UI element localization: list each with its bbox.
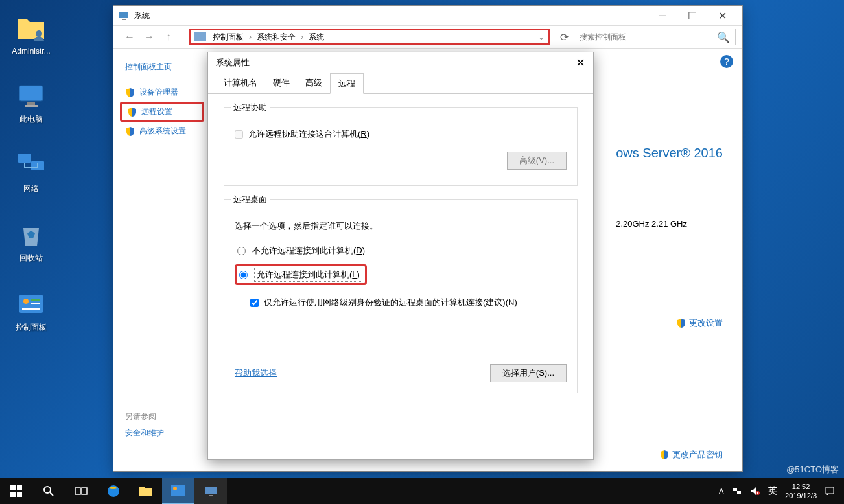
taskbar-control-panel[interactable] (162, 478, 194, 504)
shield-icon (659, 450, 670, 460)
nav-forward[interactable]: → (139, 31, 159, 43)
task-view-button[interactable] (65, 478, 97, 504)
sidebar-device-manager[interactable]: 设备管理器 (120, 84, 204, 100)
svg-rect-21 (171, 485, 185, 496)
taskbar-system[interactable] (194, 478, 227, 504)
nav-back[interactable]: ← (120, 31, 139, 43)
svg-point-7 (23, 299, 29, 304)
desktop-icon-administrator[interactable]: Administr... (5, 13, 57, 56)
ime-indicator[interactable]: 英 (764, 485, 781, 497)
sidebar-security-maintenance[interactable]: 安全和维护 (120, 422, 204, 444)
tray-chevron-up[interactable]: ᐱ (715, 487, 728, 496)
svg-point-0 (36, 30, 42, 37)
system-icon (119, 10, 129, 21)
svg-rect-13 (10, 485, 16, 490)
network-icon (16, 150, 47, 181)
tab-remote[interactable]: 远程 (330, 73, 364, 94)
select-users-button[interactable]: 选择用户(S)... (490, 364, 567, 382)
control-panel-icon (16, 288, 47, 319)
nla-checkbox[interactable] (250, 299, 259, 307)
svg-rect-8 (31, 299, 40, 301)
system-taskbar-icon (204, 485, 218, 497)
tray-network-icon[interactable] (728, 486, 746, 496)
svg-rect-2 (27, 102, 35, 105)
allow-remote-assistance-label: 允许远程协助连接这台计算机(R) (248, 128, 369, 140)
svg-rect-11 (119, 12, 128, 18)
nla-label: 仅允许运行使用网络级别身份验证的远程桌面的计算机连接(建议)(N) (264, 297, 517, 308)
sidebar-advanced-settings[interactable]: 高级系统设置 (120, 123, 204, 139)
shield-icon (125, 126, 135, 137)
search-box[interactable]: 🔍 (574, 29, 736, 45)
svg-rect-3 (25, 105, 38, 107)
sidebar-see-also: 另请参阅 (120, 411, 204, 422)
search-input[interactable] (580, 32, 717, 41)
svg-rect-9 (31, 303, 40, 304)
tray-volume-icon[interactable] (746, 486, 764, 496)
tab-advanced[interactable]: 高级 (298, 73, 330, 93)
close-button[interactable]: ✕ (707, 6, 737, 25)
folder-icon (139, 485, 153, 497)
ie-icon (106, 483, 121, 499)
svg-rect-26 (737, 491, 741, 494)
desktop-icon-recycle-bin[interactable]: 回收站 (5, 219, 57, 264)
dialog-tabs: 计算机名 硬件 高级 远程 (208, 73, 593, 94)
dialog-close-button[interactable]: ✕ (576, 56, 585, 70)
svg-rect-18 (75, 488, 80, 494)
search-icon[interactable]: 🔍 (717, 31, 730, 43)
sidebar-title[interactable]: 控制面板主页 (120, 62, 204, 73)
system-properties-dialog: 系统属性 ✕ 计算机名 硬件 高级 远程 远程协助 允许远程协助连接这台计算机(… (207, 52, 594, 460)
sidebar-remote-settings[interactable]: 远程设置 (120, 102, 204, 122)
breadcrumb[interactable]: 控制面板› 系统和安全› 系统 ⌄ (189, 29, 550, 45)
shield-icon (127, 107, 137, 117)
sidebar: 控制面板主页 设备管理器 远程设置 高级系统设置 另请参阅 安全和维护 (113, 49, 211, 471)
svg-rect-14 (17, 485, 22, 490)
taskbar-ie[interactable] (97, 478, 130, 504)
chevron-down-icon[interactable]: ⌄ (538, 32, 545, 41)
change-settings-link[interactable]: 更改设置 (676, 317, 723, 329)
help-me-choose-link[interactable]: 帮助我选择 (235, 367, 277, 379)
shield-icon (676, 318, 686, 328)
windows-icon (10, 485, 22, 497)
os-name: ows Server® 2016 (616, 146, 723, 161)
cpu-info: 2.20GHz 2.21 GHz (616, 219, 723, 229)
svg-rect-28 (826, 487, 834, 494)
monitor-icon (16, 80, 47, 111)
start-button[interactable] (0, 478, 32, 504)
help-button[interactable]: ? (720, 55, 733, 68)
svg-rect-19 (82, 488, 87, 494)
taskbar-clock[interactable]: 12:52 2019/12/3 (781, 482, 821, 501)
refresh-button[interactable]: ⟳ (554, 31, 574, 43)
recycle-bin-icon (16, 219, 47, 250)
dialog-title: 系统属性 (216, 57, 250, 69)
dialog-title-bar: 系统属性 ✕ (208, 52, 593, 73)
watermark: @51CTO博客 (786, 464, 839, 475)
svg-rect-15 (10, 492, 16, 497)
tab-computer-name[interactable]: 计算机名 (216, 73, 265, 93)
maximize-button[interactable]: ☐ (677, 6, 707, 25)
desktop-icon-control-panel[interactable]: 控制面板 (5, 288, 57, 333)
remote-desktop-group: 远程桌面 选择一个选项，然后指定谁可以连接。 不允许远程连接到此计算机(D) 允… (224, 199, 578, 393)
tab-hardware[interactable]: 硬件 (265, 73, 298, 93)
window-title: 系统 (134, 10, 150, 21)
change-product-key-link[interactable]: 更改产品密钥 (659, 449, 723, 461)
remote-assistance-group: 远程协助 允许远程协助连接这台计算机(R) 高级(V)... (224, 107, 578, 186)
radio-allow-input[interactable] (239, 271, 248, 279)
desktop-icon-network[interactable]: 网络 (5, 150, 57, 194)
radio-disallow-remote[interactable]: 不允许远程连接到此计算机(D) (235, 244, 567, 258)
search-button[interactable] (32, 478, 65, 504)
radio-disallow-input[interactable] (237, 247, 246, 255)
svg-rect-12 (122, 19, 126, 20)
desktop-icon-this-pc[interactable]: 此电脑 (5, 80, 57, 125)
advanced-button[interactable]: 高级(V)... (507, 152, 567, 170)
nav-up[interactable]: ↑ (159, 31, 178, 43)
remote-assistance-legend: 远程协助 (231, 102, 270, 113)
radio-allow-remote[interactable]: 允许远程连接到此计算机(L) (235, 264, 367, 285)
svg-rect-16 (17, 492, 22, 497)
action-center-button[interactable] (821, 486, 839, 496)
svg-rect-4 (18, 154, 31, 163)
remote-desktop-legend: 远程桌面 (231, 194, 270, 205)
shield-icon (125, 87, 135, 98)
taskbar-explorer[interactable] (130, 478, 162, 504)
allow-remote-assistance-checkbox[interactable] (235, 130, 243, 139)
minimize-button[interactable]: ─ (648, 6, 677, 25)
